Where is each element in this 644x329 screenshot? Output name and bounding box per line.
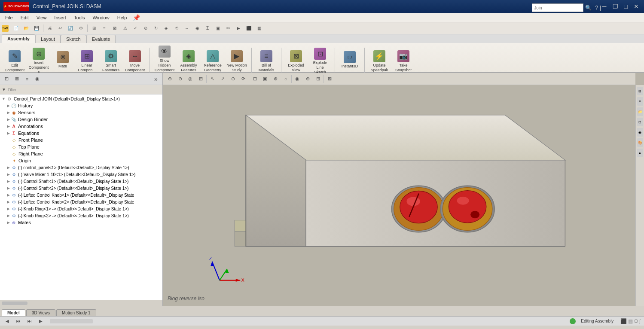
rebuild-btn[interactable]: 🔄 (66, 24, 75, 33)
status-icon4[interactable]: ∫ (639, 318, 641, 324)
toolbar-btn1[interactable]: ⊞ (89, 24, 99, 33)
tree-item-right-plane[interactable]: ◇ Right Plane (0, 150, 162, 157)
tree-item-design-binder[interactable]: ▶ 📎 Design Binder (0, 116, 162, 123)
vp-btn-disp1[interactable]: ⊛ (271, 74, 280, 84)
vp-btn-section[interactable]: ◉ (293, 74, 302, 84)
toolbar-btn10[interactable]: ↔ (182, 24, 192, 33)
toolbar-btn5[interactable]: ✓ (131, 24, 140, 33)
vp-btn-rotate[interactable]: ⊕ (165, 74, 174, 84)
panel-btn-4[interactable]: ◉ (33, 74, 42, 84)
tree-item-root[interactable]: ▼ ⚙ Control_Panel JOIN (Default<Default_… (0, 95, 162, 102)
vp-btn-orient[interactable]: ⊙ (228, 74, 238, 84)
reference-geometry-button[interactable]: △ ReferenceGeometry (201, 49, 224, 73)
horiz-scrollbar[interactable] (0, 300, 162, 306)
tree-item-top-plane[interactable]: ◇ Top Plane (0, 143, 162, 150)
status-icon3[interactable]: Ω (634, 318, 638, 324)
maximize-button[interactable]: □ (623, 3, 629, 10)
title-bar-controls[interactable]: ─ ❐ □ ✕ (601, 3, 641, 10)
tree-item-annotations[interactable]: ▶ A Annotations (0, 123, 162, 130)
toolbar-btn11[interactable]: ◉ (192, 24, 202, 33)
exploded-view-button[interactable]: ⊠ ExplodedView (285, 49, 307, 73)
tree-item-sensors[interactable]: ▶ ◉ Sensors (0, 109, 162, 116)
minimize-button[interactable]: ─ (601, 3, 608, 10)
toolbar-btn14[interactable]: ✂ (223, 24, 233, 33)
search-area[interactable]: 🔍 ? | (532, 3, 601, 12)
tab-3d-views[interactable]: 3D Views (26, 309, 55, 316)
panel-btn-1[interactable]: ⊡ (2, 74, 11, 84)
menu-window[interactable]: Window (89, 14, 113, 21)
tab-motion-study[interactable]: Motion Study 1 (56, 309, 96, 316)
vp-right-btn6[interactable]: 🎨 (637, 138, 643, 147)
vp-btn-rotate3d[interactable]: ↗ (218, 74, 227, 84)
tree-item-control-panel[interactable]: ▶ ⚙ (f) control_panel<1> (Default<<Defau… (0, 164, 162, 171)
tree-item-mates[interactable]: ▶ ⊗ Mates (0, 219, 162, 226)
tree-item-lofted-knob-1[interactable]: ▶ ⚙ (-) Lofted Control Knob<1> (Default<… (0, 192, 162, 198)
horiz-thumb[interactable] (2, 302, 27, 305)
panel-btn-3[interactable]: ≡ (22, 74, 32, 84)
tree-item-control-shaft-2[interactable]: ▶ ⚙ (-) Control Shaft<2> (Default<<Defau… (0, 185, 162, 192)
search-input[interactable] (532, 3, 583, 12)
vp-btn-fit[interactable]: ◎ (186, 74, 195, 84)
linear-component-button[interactable]: ⊞ LinearCompon... (76, 49, 98, 73)
status-next-btn[interactable]: ▶ (37, 317, 45, 325)
restore-button[interactable]: ❐ (611, 3, 620, 10)
viewport[interactable]: ⊕ ⊖ ◎ ⊞ ↖ ↗ ⊙ ⟳ ⊡ ▣ ⊛ ○ ◉ ⊕ ⊞ ⊠ (163, 73, 644, 306)
feature-tree[interactable]: ▼ ⚙ Control_Panel JOIN (Default<Default_… (0, 94, 162, 300)
panel-btn-2[interactable]: ⊠ (12, 74, 21, 84)
vp-btn-more[interactable]: ⊠ (325, 74, 334, 84)
vp-right-btn1[interactable]: ⊞ (637, 87, 643, 95)
explode-line-button[interactable]: ⊡ ExplodeLineSketch (309, 47, 331, 75)
tree-scrollbar[interactable] (0, 300, 162, 306)
vp-btn-zoom-area[interactable]: ⊞ (196, 74, 205, 84)
tab-model[interactable]: Model (2, 309, 25, 316)
toolbar-btn16[interactable]: ⬛ (244, 24, 253, 33)
tab-evaluate[interactable]: Evaluate (86, 35, 116, 43)
undo-btn[interactable]: ↩ (55, 24, 65, 33)
vp-right-btn7[interactable]: ● (637, 149, 643, 157)
options-btn[interactable]: ⚙ (76, 24, 85, 33)
tree-item-valve-mixer[interactable]: ▶ ⚙ (-) Valve Mixer 1-10<1> (Default<<De… (0, 171, 162, 178)
vp-btn-perspective[interactable]: ⟳ (238, 74, 248, 84)
vp-right-btn3[interactable]: 📁 (637, 107, 643, 116)
vp-btn-zoom-in[interactable]: ⊖ (175, 74, 185, 84)
vp-btn-disp2[interactable]: ○ (281, 74, 290, 84)
tree-item-origin[interactable]: ✦ Origin (0, 157, 162, 164)
menu-tools[interactable]: Tools (70, 14, 89, 21)
status-icon1[interactable]: ⬛ (620, 318, 627, 324)
toolbar-btn17[interactable]: ▦ (254, 24, 264, 33)
move-component-button[interactable]: ↔ MoveComponent (124, 49, 146, 73)
vp-right-btn2[interactable]: ≡ (637, 97, 643, 106)
tree-item-knob-ring-1[interactable]: ▶ ⚙ (-) Knob Ring<1> -> (Default<<Defaul… (0, 205, 162, 212)
print-btn[interactable]: 🖨 (45, 24, 55, 33)
toolbar-btn3[interactable]: ⊠ (110, 24, 119, 33)
new-btn[interactable]: 📄 (11, 24, 21, 33)
tab-layout[interactable]: Layout (35, 35, 61, 43)
status-ff-btn[interactable]: ⏭ (26, 317, 34, 325)
menu-view[interactable]: View (33, 14, 50, 21)
menu-help[interactable]: Help (114, 14, 131, 21)
toolbar-btn12[interactable]: Σ (203, 24, 212, 33)
toolbar-btn15[interactable]: ▶ (234, 24, 243, 33)
status-icon2[interactable]: ▦ (628, 318, 633, 324)
toolbar-btn4[interactable]: ⚠ (120, 24, 130, 33)
save-btn[interactable]: 💾 (32, 24, 41, 33)
toolbar-btn9[interactable]: ⟲ (172, 24, 181, 33)
vp-btn-pan[interactable]: ↖ (208, 74, 217, 84)
edit-component-button[interactable]: ✎ EditComponent (3, 49, 26, 73)
toolbar-btn2[interactable]: ≡ (100, 24, 109, 33)
vp-btn-wireframe[interactable]: ▣ (260, 74, 270, 84)
tree-item-knob-ring-2[interactable]: ▶ ⚙ (-) Knob Ring<2> -> (Default<<Defaul… (0, 212, 162, 219)
mate-button[interactable]: ⊗ Mate (52, 50, 74, 73)
menu-file[interactable]: File (2, 14, 16, 21)
toolbar-btn13[interactable]: ▣ (213, 24, 223, 33)
tree-item-front-plane[interactable]: ◇ Front Plane (0, 137, 162, 143)
menu-edit[interactable]: Edit (17, 14, 32, 21)
status-prev-btn[interactable]: ◀ (3, 317, 11, 325)
toolbar-btn6[interactable]: ⊙ (141, 24, 150, 33)
close-button[interactable]: ✕ (632, 3, 641, 10)
smart-fasteners-button[interactable]: ⚙ SmartFasteners (100, 49, 122, 73)
vp-btn-lights[interactable]: ⊕ (303, 74, 312, 84)
menu-insert[interactable]: Insert (51, 14, 70, 21)
instant3d-button[interactable]: 3D Instant3D (339, 50, 361, 73)
search-icon[interactable]: 🔍 (585, 5, 592, 11)
